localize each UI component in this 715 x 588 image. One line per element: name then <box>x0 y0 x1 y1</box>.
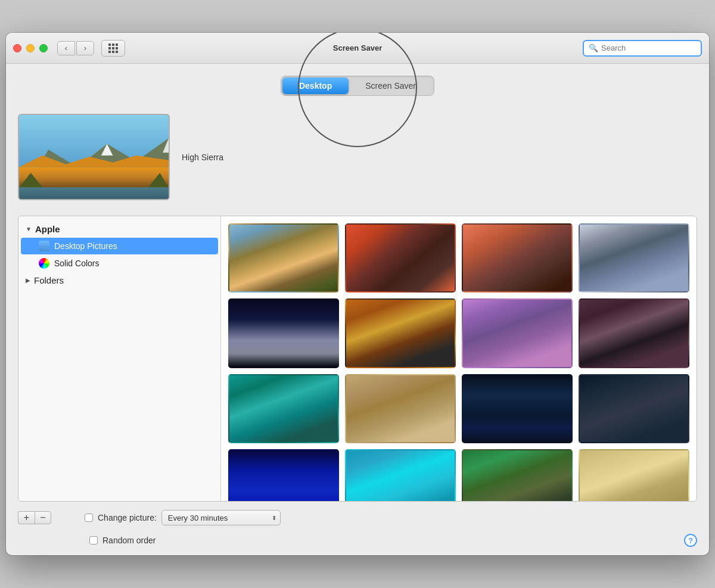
wallpaper-thumbnail-1[interactable] <box>228 223 339 293</box>
apps-grid-button[interactable] <box>101 40 125 57</box>
wallpaper-thumbnail-14[interactable] <box>345 449 456 501</box>
wallpaper-thumbnail-13[interactable] <box>228 449 339 501</box>
window-title: Screen Saver <box>333 43 382 52</box>
nav-buttons: ‹ › <box>57 41 94 55</box>
svg-rect-4 <box>19 167 169 188</box>
maximize-button[interactable] <box>39 44 48 52</box>
help-icon: ? <box>688 536 693 545</box>
wallpaper-thumbnail-7[interactable] <box>462 298 573 368</box>
image-grid <box>228 223 689 501</box>
add-remove-buttons: + − <box>18 511 51 524</box>
tab-desktop[interactable]: Desktop <box>282 77 349 94</box>
titlebar: ‹ › Screen Saver 🔍 <box>6 33 709 64</box>
help-button[interactable]: ? <box>684 534 697 547</box>
wallpaper-thumbnail-8[interactable] <box>579 298 689 368</box>
tabs-container: Desktop Screen Saver <box>18 76 697 96</box>
wallpaper-thumbnail-11[interactable] <box>462 374 573 443</box>
bottom-controls-row2: Random order ? <box>6 534 709 555</box>
wallpaper-thumbnail-4[interactable] <box>579 223 689 293</box>
image-grid-container <box>221 216 697 501</box>
bottom-section: ▼ Apple Desktop Pictures Solid Colors ▶ … <box>18 216 697 502</box>
search-box[interactable]: 🔍 <box>583 40 702 57</box>
grid-dots-icon <box>108 43 118 53</box>
sidebar-apple-label: Apple <box>35 224 60 234</box>
main-window: ‹ › Screen Saver 🔍 Desktop Screen Sav <box>6 33 709 555</box>
preview-section: High Sierra <box>18 108 697 206</box>
sidebar-apple-header[interactable]: ▼ Apple <box>18 221 220 237</box>
add-icon: + <box>24 513 29 522</box>
minimize-button[interactable] <box>26 44 35 52</box>
sidebar-solid-colors-label: Solid Colors <box>54 259 99 268</box>
remove-button[interactable]: − <box>35 511 51 524</box>
change-picture-control: Change picture: Every 30 minutes ⬍ <box>85 510 281 525</box>
tabs: Desktop Screen Saver <box>281 76 434 96</box>
random-order-checkbox[interactable] <box>89 536 98 545</box>
folders-expand-triangle: ▶ <box>26 277 30 284</box>
wallpaper-thumbnail-3[interactable] <box>462 223 573 293</box>
wallpaper-thumbnail-5[interactable] <box>228 298 339 368</box>
svg-rect-8 <box>19 188 169 199</box>
dropdown-arrow-icon: ⬍ <box>272 515 276 521</box>
interval-dropdown[interactable]: Every 30 minutes ⬍ <box>161 510 281 525</box>
forward-icon: › <box>84 43 86 52</box>
preview-label: High Sierra <box>182 153 223 162</box>
sidebar-folders-header[interactable]: ▶ Folders <box>18 272 220 288</box>
traffic-lights <box>13 44 48 52</box>
add-button[interactable]: + <box>18 511 35 524</box>
search-input[interactable] <box>601 43 696 52</box>
random-order-label: Random order <box>102 536 156 545</box>
interval-dropdown-value: Every 30 minutes <box>168 514 228 522</box>
change-picture-checkbox[interactable] <box>85 514 93 522</box>
apple-collapse-triangle: ▼ <box>26 226 32 232</box>
sidebar-desktop-pictures-label: Desktop Pictures <box>54 241 117 251</box>
back-button[interactable]: ‹ <box>57 41 75 55</box>
preview-image <box>18 114 170 200</box>
wallpaper-thumbnail-10[interactable] <box>345 374 456 443</box>
sidebar-item-solid-colors[interactable]: Solid Colors <box>21 255 218 272</box>
sidebar-folders-label: Folders <box>34 275 64 285</box>
search-icon: 🔍 <box>589 43 598 52</box>
sidebar-item-desktop-pictures[interactable]: Desktop Pictures <box>21 238 218 254</box>
folder-icon <box>39 241 49 251</box>
back-icon: ‹ <box>65 43 67 52</box>
forward-button[interactable]: › <box>76 41 94 55</box>
close-button[interactable] <box>13 44 21 52</box>
wallpaper-thumbnail-15[interactable] <box>462 449 573 501</box>
bottom-controls: + − Change picture: Every 30 minutes ⬍ <box>6 502 709 534</box>
sidebar: ▼ Apple Desktop Pictures Solid Colors ▶ … <box>18 216 221 501</box>
wallpaper-thumbnail-16[interactable] <box>579 449 689 501</box>
tab-screensaver[interactable]: Screen Saver <box>349 77 433 94</box>
wallpaper-thumbnail-12[interactable] <box>579 374 689 443</box>
remove-icon: − <box>40 513 45 522</box>
wallpaper-thumbnail-6[interactable] <box>345 298 456 368</box>
colorwheel-icon <box>39 258 49 269</box>
content-area: Desktop Screen Saver <box>6 64 709 502</box>
change-picture-label: Change picture: <box>98 513 157 522</box>
wallpaper-thumbnail-9[interactable] <box>228 374 339 443</box>
wallpaper-thumbnail-2[interactable] <box>345 223 456 293</box>
